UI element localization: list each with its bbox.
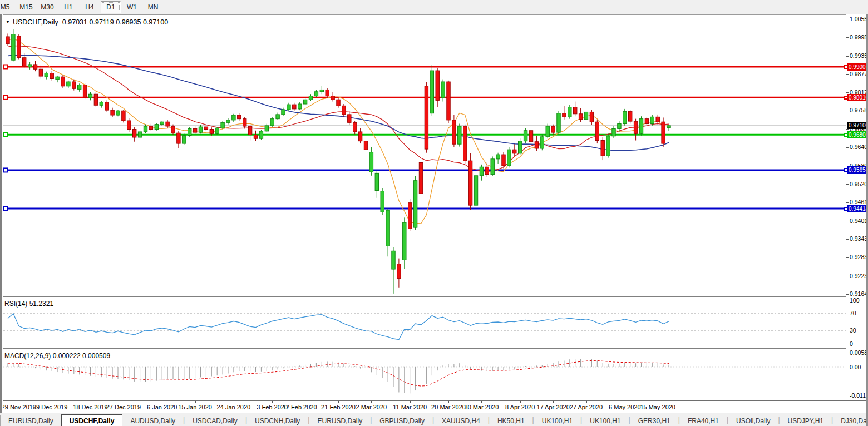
timeframe-button-M30[interactable]: M30 (37, 1, 57, 13)
date-axis-label: 6 May 2020 (609, 404, 640, 410)
chart-tab-HK50-H1[interactable]: HK50,H1 (490, 415, 532, 426)
price-axis-label: 0.92830 (850, 254, 868, 260)
price-line-badge: 0.94414 (847, 205, 868, 212)
date-axis-label: 2 Mar 2020 (356, 404, 387, 410)
chevron-down-icon[interactable]: ▼ (6, 19, 10, 24)
date-axis-label: 12 Feb 2020 (283, 404, 317, 410)
rsi-axis-label: 0 (850, 340, 853, 347)
price-axis-label: 0.99955 (850, 34, 868, 41)
chart-tab-DJ30-Daily[interactable]: DJ30,Daily (833, 415, 868, 426)
horizontal-line-0.99007[interactable] (0, 65, 846, 69)
chart-title: ▼USDCHF,Daily 0.97031 0.97119 0.96935 0.… (6, 18, 168, 26)
chart-tab-EURUSD-Daily[interactable]: EURUSD,Daily (309, 415, 370, 426)
chart-tab-AUDUSD-Daily[interactable]: AUDUSD,Daily (122, 415, 183, 426)
mt4-chart-window: M5M15M30H1H4D1W1MN ▼USDCHF,Daily 0.97031… (0, 0, 868, 426)
macd-axis-label: 0.00 (850, 364, 861, 370)
chart-tab-USDCNH-Daily[interactable]: USDCNH,Daily (247, 415, 308, 426)
line-handle-icon (844, 168, 848, 172)
date-axis-label: 15 Jan 2020 (178, 404, 212, 410)
candles (6, 29, 670, 294)
macd-axis-label: 0.005818 (850, 349, 868, 356)
horizontal-line-0.96803[interactable] (0, 133, 846, 137)
rsi-indicator-panel[interactable] (0, 299, 846, 348)
horizontal-line-0.94414[interactable] (0, 207, 846, 211)
date-axis-label: 20 Mar 2020 (431, 404, 466, 410)
ohlc-open: 0.97031 (62, 18, 87, 26)
rsi-axis-label: 70 (850, 310, 856, 316)
price-line-badge: 0.96803 (847, 131, 868, 138)
date-axis-label: 15 May 2020 (640, 404, 675, 410)
price-axis-label: 0.92230 (850, 273, 868, 279)
date-axis-label: 18 Dec 2019 (73, 404, 107, 410)
price-axis-label: 0.94015 (850, 217, 868, 224)
rsi-label: RSI(14) 51.2321 (4, 300, 53, 308)
timeframe-button-H4[interactable]: H4 (80, 1, 100, 13)
price-axis[interactable]: 1.005550.999550.993550.987700.981700.975… (846, 14, 868, 400)
horizontal-line-0.98010[interactable] (0, 96, 846, 100)
chart-tab-XAUUSD-H4[interactable]: XAUUSD,H4 (434, 415, 488, 426)
chart-tab-USDCHF-Daily[interactable]: USDCHF,Daily (61, 414, 123, 426)
price-axis-label: 0.93430 (850, 235, 868, 242)
rsi-axis-label: 30 (850, 327, 856, 334)
panel-separator[interactable] (0, 348, 868, 350)
price-axis-label: 0.91645 (850, 290, 868, 297)
ohlc-close: 0.97100 (143, 18, 168, 26)
price-line-badge: 0.99007 (847, 63, 868, 71)
toolbar-separator (167, 2, 167, 12)
price-axis-label: 0.98770 (850, 71, 868, 77)
chart-tab-GER30-H1[interactable]: GER30,H1 (630, 415, 678, 426)
timeframe-toolbar: M5M15M30H1H4D1W1MN (0, 0, 868, 15)
date-axis[interactable]: 29 Nov 20199 Dec 201918 Dec 201927 Dec 2… (0, 400, 868, 413)
chart-tab-GBPUSD-Daily[interactable]: GBPUSD,Daily (372, 415, 432, 426)
rsi-line (8, 314, 669, 340)
price-axis-label: 0.96400 (850, 143, 868, 150)
ohlc-high: 0.97119 (90, 18, 114, 26)
chart-tab-USOil-Daily[interactable]: USOil,Daily (728, 415, 778, 426)
date-axis-label: 21 Feb 2020 (321, 404, 356, 410)
timeframe-button-H1[interactable]: H1 (58, 1, 78, 13)
date-axis-label: 8 Apr 2020 (505, 404, 535, 410)
chart-tab-UK100-H1[interactable]: UK100,H1 (534, 415, 580, 426)
date-axis-label: 24 Jan 2020 (217, 404, 251, 410)
panel-separator[interactable] (0, 296, 868, 298)
timeframe-button-M5[interactable]: M5 (0, 1, 15, 13)
chart-tab-UK100-H1[interactable]: UK100,H1 (582, 415, 628, 426)
price-axis-label: 0.97585 (850, 107, 868, 113)
chart-tab-bar: EURUSD,DailyUSDCHF,DailyAUDUSD,Daily|USD… (0, 413, 868, 426)
date-axis-label: 6 Jan 2020 (147, 404, 177, 410)
macd-indicator-panel[interactable] (0, 350, 846, 400)
window-left-border (0, 14, 3, 413)
macd-label: MACD(12,26,9) 0.000222 0.000509 (4, 352, 110, 360)
timeframe-button-D1[interactable]: D1 (101, 1, 121, 13)
line-handle-icon (844, 133, 848, 137)
price-axis-label: 0.99355 (850, 52, 868, 59)
timeframe-button-M15[interactable]: M15 (16, 1, 36, 13)
timeframe-button-W1[interactable]: W1 (122, 1, 142, 13)
price-axis-label: 0.95200 (850, 181, 868, 187)
rsi-axis-label: 100 (850, 297, 860, 304)
current-price-badge: 0.97100 (847, 122, 868, 129)
price-axis-label: 1.00555 (850, 16, 868, 22)
line-handle-icon (844, 207, 848, 211)
chart-tab-FRA40-H1[interactable]: FRA40,H1 (680, 415, 727, 426)
macd-axis-label: -0.01151 (850, 392, 868, 399)
chart-tab-USDJPY-H1[interactable]: USDJPY,H1 (780, 415, 831, 426)
ohlc-low: 0.96935 (116, 18, 141, 26)
date-axis-label: 9 Dec 2019 (36, 404, 67, 410)
date-axis-label: 27 Dec 2019 (106, 404, 141, 410)
line-handle-icon (844, 96, 848, 100)
price-line-badge: 0.98010 (847, 94, 868, 101)
date-axis-label: 30 Mar 2020 (465, 404, 499, 410)
price-line-badge: 0.95658 (847, 166, 868, 174)
date-axis-label: 29 Nov 2019 (2, 404, 36, 410)
date-axis-label: 17 Apr 2020 (536, 404, 569, 410)
chart-tab-USDCAD-Daily[interactable]: USDCAD,Daily (185, 415, 245, 426)
chart-symbol-label: USDCHF,Daily (13, 18, 58, 26)
timeframe-button-MN[interactable]: MN (143, 1, 163, 13)
date-axis-label: 11 Mar 2020 (393, 404, 427, 410)
main-price-chart[interactable] (0, 14, 846, 296)
chart-tab-EURUSD-Daily[interactable]: EURUSD,Daily (1, 415, 61, 426)
line-handle-icon (844, 65, 848, 69)
date-axis-label: 27 Apr 2020 (570, 404, 603, 410)
